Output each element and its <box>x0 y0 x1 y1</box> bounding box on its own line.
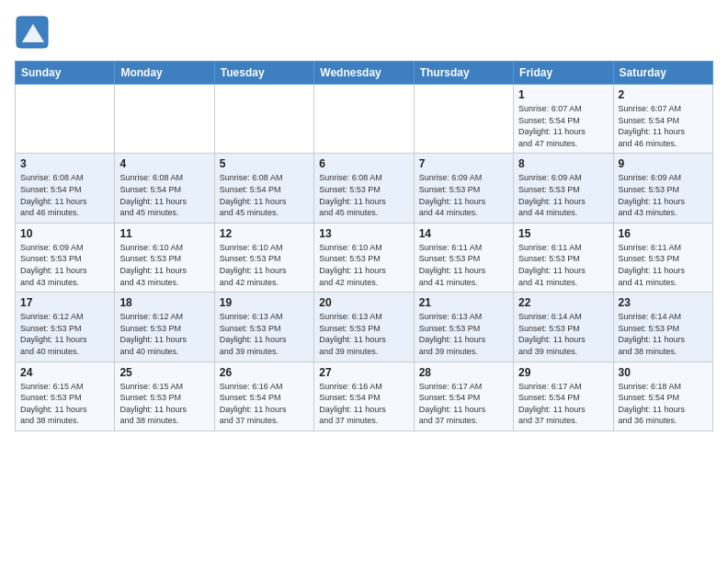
day-info: Sunrise: 6:11 AM Sunset: 5:53 PM Dayligh… <box>419 242 508 288</box>
day-number: 3 <box>20 157 109 170</box>
day-info: Sunrise: 6:18 AM Sunset: 5:54 PM Dayligh… <box>619 381 708 427</box>
day-number: 28 <box>419 366 508 379</box>
day-number: 17 <box>20 296 109 309</box>
calendar-cell: 29Sunrise: 6:17 AM Sunset: 5:54 PM Dayli… <box>514 362 613 431</box>
day-number: 5 <box>220 157 309 170</box>
calendar-week-4: 17Sunrise: 6:12 AM Sunset: 5:53 PM Dayli… <box>16 293 713 362</box>
calendar-table: SundayMondayTuesdayWednesdayThursdayFrid… <box>15 61 713 431</box>
day-info: Sunrise: 6:09 AM Sunset: 5:53 PM Dayligh… <box>20 242 109 288</box>
weekday-header-monday: Monday <box>115 62 214 85</box>
calendar-cell: 28Sunrise: 6:17 AM Sunset: 5:54 PM Dayli… <box>414 362 513 431</box>
weekday-header-sunday: Sunday <box>16 62 115 85</box>
weekday-header-friday: Friday <box>514 62 613 85</box>
calendar-cell: 11Sunrise: 6:10 AM Sunset: 5:53 PM Dayli… <box>115 223 214 292</box>
day-number: 6 <box>319 157 408 170</box>
calendar-cell: 27Sunrise: 6:16 AM Sunset: 5:54 PM Dayli… <box>314 362 414 431</box>
day-info: Sunrise: 6:10 AM Sunset: 5:53 PM Dayligh… <box>119 242 209 288</box>
calendar-cell <box>314 85 414 154</box>
logo-icon <box>15 15 50 50</box>
calendar-cell: 26Sunrise: 6:16 AM Sunset: 5:54 PM Dayli… <box>214 362 313 431</box>
day-number: 11 <box>119 227 209 240</box>
calendar-week-5: 24Sunrise: 6:15 AM Sunset: 5:53 PM Dayli… <box>16 362 713 431</box>
weekday-header-row: SundayMondayTuesdayWednesdayThursdayFrid… <box>16 62 713 85</box>
day-info: Sunrise: 6:14 AM Sunset: 5:53 PM Dayligh… <box>518 311 608 357</box>
calendar-cell: 9Sunrise: 6:09 AM Sunset: 5:53 PM Daylig… <box>613 154 712 223</box>
day-number: 22 <box>518 296 608 309</box>
calendar-week-1: 1Sunrise: 6:07 AM Sunset: 5:54 PM Daylig… <box>16 85 713 154</box>
calendar-cell: 30Sunrise: 6:18 AM Sunset: 5:54 PM Dayli… <box>613 362 712 431</box>
day-info: Sunrise: 6:17 AM Sunset: 5:54 PM Dayligh… <box>518 381 608 427</box>
calendar-header: SundayMondayTuesdayWednesdayThursdayFrid… <box>16 62 713 85</box>
calendar-cell: 6Sunrise: 6:08 AM Sunset: 5:53 PM Daylig… <box>314 154 414 223</box>
day-number: 30 <box>619 366 708 379</box>
calendar-week-2: 3Sunrise: 6:08 AM Sunset: 5:54 PM Daylig… <box>16 154 713 223</box>
day-number: 12 <box>220 227 309 240</box>
calendar-cell: 14Sunrise: 6:11 AM Sunset: 5:53 PM Dayli… <box>414 223 513 292</box>
calendar-cell <box>115 85 214 154</box>
calendar-cell: 17Sunrise: 6:12 AM Sunset: 5:53 PM Dayli… <box>16 293 115 362</box>
calendar-cell: 4Sunrise: 6:08 AM Sunset: 5:54 PM Daylig… <box>115 154 214 223</box>
day-number: 18 <box>119 296 209 309</box>
day-info: Sunrise: 6:13 AM Sunset: 5:53 PM Dayligh… <box>319 311 408 357</box>
day-info: Sunrise: 6:17 AM Sunset: 5:54 PM Dayligh… <box>419 381 508 427</box>
day-number: 8 <box>518 157 608 170</box>
day-info: Sunrise: 6:11 AM Sunset: 5:53 PM Dayligh… <box>518 242 608 288</box>
calendar-cell: 22Sunrise: 6:14 AM Sunset: 5:53 PM Dayli… <box>514 293 613 362</box>
day-info: Sunrise: 6:13 AM Sunset: 5:53 PM Dayligh… <box>220 311 309 357</box>
day-info: Sunrise: 6:09 AM Sunset: 5:53 PM Dayligh… <box>619 172 708 218</box>
logo <box>15 15 54 50</box>
weekday-header-thursday: Thursday <box>414 62 513 85</box>
day-info: Sunrise: 6:08 AM Sunset: 5:54 PM Dayligh… <box>119 172 209 218</box>
day-info: Sunrise: 6:14 AM Sunset: 5:53 PM Dayligh… <box>619 311 708 357</box>
day-number: 15 <box>518 227 608 240</box>
day-info: Sunrise: 6:10 AM Sunset: 5:53 PM Dayligh… <box>220 242 309 288</box>
day-number: 14 <box>419 227 508 240</box>
day-info: Sunrise: 6:07 AM Sunset: 5:54 PM Dayligh… <box>619 103 708 149</box>
day-info: Sunrise: 6:16 AM Sunset: 5:54 PM Dayligh… <box>220 381 309 427</box>
day-info: Sunrise: 6:08 AM Sunset: 5:54 PM Dayligh… <box>20 172 109 218</box>
calendar-cell: 2Sunrise: 6:07 AM Sunset: 5:54 PM Daylig… <box>613 85 712 154</box>
weekday-header-saturday: Saturday <box>613 62 712 85</box>
day-number: 1 <box>518 88 608 101</box>
calendar-cell <box>214 85 313 154</box>
calendar-cell: 1Sunrise: 6:07 AM Sunset: 5:54 PM Daylig… <box>514 85 613 154</box>
calendar-cell: 25Sunrise: 6:15 AM Sunset: 5:53 PM Dayli… <box>115 362 214 431</box>
day-info: Sunrise: 6:15 AM Sunset: 5:53 PM Dayligh… <box>20 381 109 427</box>
calendar-cell: 19Sunrise: 6:13 AM Sunset: 5:53 PM Dayli… <box>214 293 313 362</box>
day-info: Sunrise: 6:11 AM Sunset: 5:53 PM Dayligh… <box>619 242 708 288</box>
day-number: 24 <box>20 366 109 379</box>
day-number: 7 <box>419 157 508 170</box>
calendar-cell: 24Sunrise: 6:15 AM Sunset: 5:53 PM Dayli… <box>16 362 115 431</box>
day-info: Sunrise: 6:12 AM Sunset: 5:53 PM Dayligh… <box>20 311 109 357</box>
day-number: 25 <box>119 366 209 379</box>
day-number: 20 <box>319 296 408 309</box>
calendar-cell: 21Sunrise: 6:13 AM Sunset: 5:53 PM Dayli… <box>414 293 513 362</box>
day-number: 9 <box>619 157 708 170</box>
day-number: 23 <box>619 296 708 309</box>
calendar-body: 1Sunrise: 6:07 AM Sunset: 5:54 PM Daylig… <box>16 85 713 431</box>
calendar-cell: 12Sunrise: 6:10 AM Sunset: 5:53 PM Dayli… <box>214 223 313 292</box>
calendar-cell: 18Sunrise: 6:12 AM Sunset: 5:53 PM Dayli… <box>115 293 214 362</box>
calendar-cell: 20Sunrise: 6:13 AM Sunset: 5:53 PM Dayli… <box>314 293 414 362</box>
day-info: Sunrise: 6:07 AM Sunset: 5:54 PM Dayligh… <box>518 103 608 149</box>
calendar-cell: 15Sunrise: 6:11 AM Sunset: 5:53 PM Dayli… <box>514 223 613 292</box>
calendar-cell: 7Sunrise: 6:09 AM Sunset: 5:53 PM Daylig… <box>414 154 513 223</box>
calendar-cell: 3Sunrise: 6:08 AM Sunset: 5:54 PM Daylig… <box>16 154 115 223</box>
day-number: 26 <box>220 366 309 379</box>
day-number: 16 <box>619 227 708 240</box>
day-number: 10 <box>20 227 109 240</box>
calendar-cell: 5Sunrise: 6:08 AM Sunset: 5:54 PM Daylig… <box>214 154 313 223</box>
day-number: 21 <box>419 296 508 309</box>
day-info: Sunrise: 6:09 AM Sunset: 5:53 PM Dayligh… <box>518 172 608 218</box>
day-info: Sunrise: 6:13 AM Sunset: 5:53 PM Dayligh… <box>419 311 508 357</box>
day-number: 19 <box>220 296 309 309</box>
day-number: 13 <box>319 227 408 240</box>
day-info: Sunrise: 6:12 AM Sunset: 5:53 PM Dayligh… <box>119 311 209 357</box>
page-header <box>15 15 713 50</box>
day-info: Sunrise: 6:08 AM Sunset: 5:54 PM Dayligh… <box>220 172 309 218</box>
day-info: Sunrise: 6:08 AM Sunset: 5:53 PM Dayligh… <box>319 172 408 218</box>
weekday-header-tuesday: Tuesday <box>214 62 313 85</box>
day-number: 2 <box>619 88 708 101</box>
day-info: Sunrise: 6:16 AM Sunset: 5:54 PM Dayligh… <box>319 381 408 427</box>
day-info: Sunrise: 6:09 AM Sunset: 5:53 PM Dayligh… <box>419 172 508 218</box>
